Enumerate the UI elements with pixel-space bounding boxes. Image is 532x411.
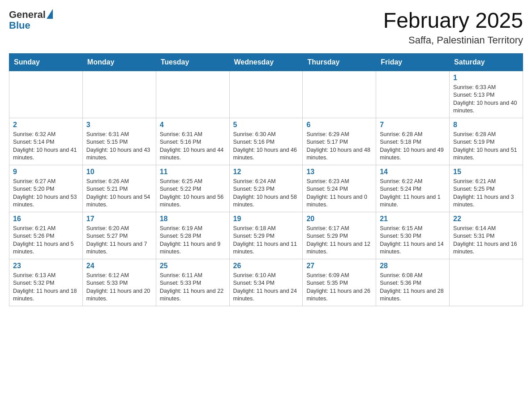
- weekday-header-tuesday: Tuesday: [156, 53, 229, 71]
- week-row-3: 9Sunrise: 6:27 AM Sunset: 5:20 PM Daylig…: [9, 165, 523, 212]
- calendar-cell: 21Sunrise: 6:15 AM Sunset: 5:30 PM Dayli…: [376, 212, 450, 259]
- calendar-title: February 2025: [383, 9, 523, 33]
- cell-day-number: 12: [233, 168, 299, 176]
- calendar-cell: 3Sunrise: 6:31 AM Sunset: 5:15 PM Daylig…: [82, 118, 156, 165]
- cell-day-number: 15: [453, 168, 519, 176]
- calendar-cell: [376, 71, 450, 118]
- cell-sun-info: Sunrise: 6:30 AM Sunset: 5:16 PM Dayligh…: [233, 131, 299, 162]
- cell-day-number: 26: [233, 262, 299, 270]
- cell-day-number: 11: [160, 168, 226, 176]
- logo-general-text: General: [9, 9, 46, 21]
- cell-sun-info: Sunrise: 6:26 AM Sunset: 5:21 PM Dayligh…: [86, 178, 152, 209]
- cell-sun-info: Sunrise: 6:09 AM Sunset: 5:35 PM Dayligh…: [306, 272, 372, 303]
- week-row-2: 2Sunrise: 6:32 AM Sunset: 5:14 PM Daylig…: [9, 118, 523, 165]
- calendar-cell: 18Sunrise: 6:19 AM Sunset: 5:28 PM Dayli…: [156, 212, 229, 259]
- cell-day-number: 24: [86, 262, 152, 270]
- calendar-cell: 23Sunrise: 6:13 AM Sunset: 5:32 PM Dayli…: [9, 259, 83, 306]
- logo-blue-text: Blue: [9, 20, 30, 31]
- calendar-cell: [9, 71, 83, 118]
- calendar-cell: 1Sunrise: 6:33 AM Sunset: 5:13 PM Daylig…: [450, 71, 523, 118]
- cell-sun-info: Sunrise: 6:19 AM Sunset: 5:28 PM Dayligh…: [160, 225, 226, 256]
- cell-day-number: 10: [86, 168, 152, 176]
- calendar-cell: 19Sunrise: 6:18 AM Sunset: 5:29 PM Dayli…: [229, 212, 303, 259]
- logo: General Blue: [9, 9, 53, 31]
- calendar-cell: [450, 259, 523, 306]
- cell-sun-info: Sunrise: 6:08 AM Sunset: 5:36 PM Dayligh…: [380, 272, 446, 303]
- cell-day-number: 9: [13, 168, 79, 176]
- cell-day-number: 17: [86, 215, 152, 223]
- cell-sun-info: Sunrise: 6:15 AM Sunset: 5:30 PM Dayligh…: [380, 225, 446, 256]
- cell-day-number: 28: [380, 262, 446, 270]
- calendar-cell: 16Sunrise: 6:21 AM Sunset: 5:26 PM Dayli…: [9, 212, 83, 259]
- cell-sun-info: Sunrise: 6:17 AM Sunset: 5:29 PM Dayligh…: [306, 225, 372, 256]
- calendar-subtitle: Saffa, Palestinian Territory: [383, 34, 523, 46]
- cell-day-number: 19: [233, 215, 299, 223]
- calendar-cell: [303, 71, 376, 118]
- calendar-cell: 13Sunrise: 6:23 AM Sunset: 5:24 PM Dayli…: [303, 165, 376, 212]
- cell-day-number: 18: [160, 215, 226, 223]
- cell-day-number: 2: [13, 121, 79, 129]
- calendar-cell: 5Sunrise: 6:30 AM Sunset: 5:16 PM Daylig…: [229, 118, 303, 165]
- calendar-cell: [229, 71, 303, 118]
- calendar-cell: 14Sunrise: 6:22 AM Sunset: 5:24 PM Dayli…: [376, 165, 450, 212]
- cell-sun-info: Sunrise: 6:27 AM Sunset: 5:20 PM Dayligh…: [13, 178, 79, 209]
- cell-day-number: 14: [380, 168, 446, 176]
- weekday-header-saturday: Saturday: [450, 53, 523, 71]
- cell-day-number: 3: [86, 121, 152, 129]
- cell-day-number: 23: [13, 262, 79, 270]
- title-section: February 2025 Saffa, Palestinian Territo…: [383, 9, 523, 46]
- cell-sun-info: Sunrise: 6:33 AM Sunset: 5:13 PM Dayligh…: [453, 84, 519, 115]
- cell-sun-info: Sunrise: 6:20 AM Sunset: 5:27 PM Dayligh…: [86, 225, 152, 256]
- cell-day-number: 5: [233, 121, 299, 129]
- cell-day-number: 22: [453, 215, 519, 223]
- cell-day-number: 4: [160, 121, 226, 129]
- cell-sun-info: Sunrise: 6:21 AM Sunset: 5:25 PM Dayligh…: [453, 178, 519, 209]
- cell-day-number: 1: [453, 74, 519, 82]
- cell-day-number: 6: [306, 121, 372, 129]
- cell-sun-info: Sunrise: 6:31 AM Sunset: 5:15 PM Dayligh…: [86, 131, 152, 162]
- calendar-cell: 22Sunrise: 6:14 AM Sunset: 5:31 PM Dayli…: [450, 212, 523, 259]
- cell-sun-info: Sunrise: 6:14 AM Sunset: 5:31 PM Dayligh…: [453, 225, 519, 256]
- weekday-header-row: SundayMondayTuesdayWednesdayThursdayFrid…: [9, 53, 523, 71]
- weekday-header-monday: Monday: [82, 53, 156, 71]
- calendar-cell: 26Sunrise: 6:10 AM Sunset: 5:34 PM Dayli…: [229, 259, 303, 306]
- cell-day-number: 16: [13, 215, 79, 223]
- cell-sun-info: Sunrise: 6:28 AM Sunset: 5:18 PM Dayligh…: [380, 131, 446, 162]
- cell-sun-info: Sunrise: 6:12 AM Sunset: 5:33 PM Dayligh…: [86, 272, 152, 303]
- calendar-cell: 24Sunrise: 6:12 AM Sunset: 5:33 PM Dayli…: [82, 259, 156, 306]
- cell-sun-info: Sunrise: 6:13 AM Sunset: 5:32 PM Dayligh…: [13, 272, 79, 303]
- cell-sun-info: Sunrise: 6:11 AM Sunset: 5:33 PM Dayligh…: [160, 272, 226, 303]
- calendar-cell: 15Sunrise: 6:21 AM Sunset: 5:25 PM Dayli…: [450, 165, 523, 212]
- weekday-header-friday: Friday: [376, 53, 450, 71]
- logo-triangle-icon: [47, 9, 53, 19]
- calendar-cell: 9Sunrise: 6:27 AM Sunset: 5:20 PM Daylig…: [9, 165, 83, 212]
- cell-sun-info: Sunrise: 6:24 AM Sunset: 5:23 PM Dayligh…: [233, 178, 299, 209]
- calendar-cell: [156, 71, 229, 118]
- calendar-cell: 11Sunrise: 6:25 AM Sunset: 5:22 PM Dayli…: [156, 165, 229, 212]
- calendar-cell: 28Sunrise: 6:08 AM Sunset: 5:36 PM Dayli…: [376, 259, 450, 306]
- cell-sun-info: Sunrise: 6:22 AM Sunset: 5:24 PM Dayligh…: [380, 178, 446, 209]
- calendar-cell: 10Sunrise: 6:26 AM Sunset: 5:21 PM Dayli…: [82, 165, 156, 212]
- cell-sun-info: Sunrise: 6:32 AM Sunset: 5:14 PM Dayligh…: [13, 131, 79, 162]
- calendar-cell: 6Sunrise: 6:29 AM Sunset: 5:17 PM Daylig…: [303, 118, 376, 165]
- week-row-5: 23Sunrise: 6:13 AM Sunset: 5:32 PM Dayli…: [9, 259, 523, 306]
- calendar-cell: 27Sunrise: 6:09 AM Sunset: 5:35 PM Dayli…: [303, 259, 376, 306]
- cell-sun-info: Sunrise: 6:28 AM Sunset: 5:19 PM Dayligh…: [453, 131, 519, 162]
- weekday-header-wednesday: Wednesday: [229, 53, 303, 71]
- calendar-cell: [82, 71, 156, 118]
- cell-sun-info: Sunrise: 6:29 AM Sunset: 5:17 PM Dayligh…: [306, 131, 372, 162]
- cell-day-number: 27: [306, 262, 372, 270]
- cell-sun-info: Sunrise: 6:25 AM Sunset: 5:22 PM Dayligh…: [160, 178, 226, 209]
- cell-day-number: 8: [453, 121, 519, 129]
- page-header: General Blue February 2025 Saffa, Palest…: [9, 9, 523, 46]
- cell-sun-info: Sunrise: 6:21 AM Sunset: 5:26 PM Dayligh…: [13, 225, 79, 256]
- cell-day-number: 7: [380, 121, 446, 129]
- calendar-table: SundayMondayTuesdayWednesdayThursdayFrid…: [9, 53, 523, 306]
- calendar-cell: 25Sunrise: 6:11 AM Sunset: 5:33 PM Dayli…: [156, 259, 229, 306]
- cell-day-number: 20: [306, 215, 372, 223]
- cell-sun-info: Sunrise: 6:10 AM Sunset: 5:34 PM Dayligh…: [233, 272, 299, 303]
- calendar-cell: 7Sunrise: 6:28 AM Sunset: 5:18 PM Daylig…: [376, 118, 450, 165]
- calendar-cell: 8Sunrise: 6:28 AM Sunset: 5:19 PM Daylig…: [450, 118, 523, 165]
- calendar-cell: 2Sunrise: 6:32 AM Sunset: 5:14 PM Daylig…: [9, 118, 83, 165]
- calendar-cell: 12Sunrise: 6:24 AM Sunset: 5:23 PM Dayli…: [229, 165, 303, 212]
